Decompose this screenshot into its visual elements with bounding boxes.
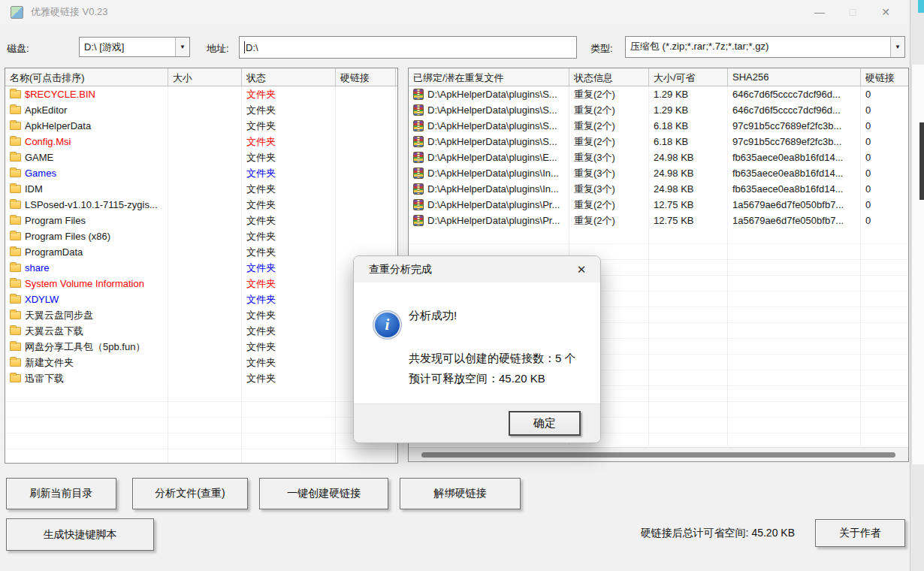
text-caret xyxy=(244,41,245,53)
size-cell: 24.98 KB xyxy=(649,181,728,197)
sha256-cell: fb635aece0ea8b16fd14... xyxy=(728,181,861,197)
duplicate-row[interactable]: D:\ApkHelperData\plugins\In...重复(3个)24.9… xyxy=(409,165,908,181)
file-path-cell: D:\ApkHelperData\plugins\Pr... xyxy=(409,213,569,228)
file-path: D:\ApkHelperData\plugins\S... xyxy=(427,118,557,134)
column-header[interactable]: 状态信息 xyxy=(569,68,649,86)
folder-size-cell xyxy=(168,276,242,292)
column-header[interactable]: 状态 xyxy=(242,68,336,86)
duplicate-table-header: 已绑定/潜在重复文件状态信息大小/可省SHA256硬链接 xyxy=(409,68,908,86)
dialog-close-icon[interactable]: ✕ xyxy=(570,259,593,280)
folder-status-cell: 文件夹 xyxy=(242,118,336,134)
folder-row[interactable]: System Volume Information文件夹 xyxy=(5,276,397,292)
duplicate-row[interactable]: D:\ApkHelperData\plugins\Pr...重复(2个)12.7… xyxy=(409,197,908,213)
maximize-button[interactable]: □ xyxy=(836,0,869,24)
folder-row[interactable]: Program Files (x86)文件夹 xyxy=(5,228,397,244)
file-path: D:\ApkHelperData\plugins\In... xyxy=(427,165,559,181)
folder-name-cell: 迅雷下载 xyxy=(5,370,168,386)
type-label: 类型: xyxy=(590,42,613,56)
ok-button[interactable]: 确定 xyxy=(509,411,581,436)
folder-row[interactable]: XDYLW文件夹 xyxy=(5,292,397,307)
folder-icon xyxy=(10,216,21,225)
minimize-button[interactable]: — xyxy=(803,0,836,24)
gen-script-button[interactable]: 生成快捷键脚本 xyxy=(6,518,154,551)
folder-status-cell: 文件夹 xyxy=(242,165,336,181)
folder-row[interactable]: Config.Msi文件夹 xyxy=(5,134,397,150)
column-header[interactable]: 已绑定/潜在重复文件 xyxy=(409,68,569,86)
horizontal-scrollbar[interactable] xyxy=(409,447,908,461)
refresh-button[interactable]: 刷新当前目录 xyxy=(6,478,116,509)
folder-row[interactable]: ApkHelperData文件夹 xyxy=(5,118,397,134)
folder-row[interactable]: ApkEditor文件夹 xyxy=(5,102,397,118)
file-path-cell: D:\ApkHelperData\plugins\S... xyxy=(409,86,569,102)
folder-name: XDYLW xyxy=(25,292,59,307)
column-header[interactable]: 名称(可点击排序) xyxy=(5,68,168,86)
create-links-button[interactable]: 一键创建硬链接 xyxy=(259,478,388,509)
folder-icon xyxy=(10,232,21,240)
links-count-cell: 0 xyxy=(861,86,909,102)
scrollbar-thumb[interactable] xyxy=(421,452,895,458)
folder-row[interactable]: $RECYCLE.BIN文件夹 xyxy=(5,86,397,102)
folder-name: Program Files xyxy=(25,213,86,228)
disk-select[interactable]: D:\ [游戏] ▼ xyxy=(79,37,190,57)
type-select[interactable]: 压缩包 (*.zip;*.rar;*.7z;*.tar;*.gz) ▼ xyxy=(625,36,905,58)
dialog-detail-space: 预计可释放空间：45.20 KB xyxy=(409,368,591,388)
status-info-cell: 重复(3个) xyxy=(569,181,649,197)
folder-row[interactable]: LSPosed-v1.10.1-7115-zygis...文件夹 xyxy=(5,197,397,213)
folder-row[interactable]: ProgramData文件夹 xyxy=(5,244,397,260)
close-button[interactable]: ✕ xyxy=(869,0,902,24)
column-header[interactable]: SHA256 xyxy=(728,68,861,86)
folder-row[interactable]: 新建文件夹文件夹 xyxy=(5,355,397,370)
folder-size-cell xyxy=(168,307,242,323)
folder-name-cell: GAME xyxy=(5,150,168,165)
status-info-cell: 重复(2个) xyxy=(569,213,649,228)
folder-status-cell: 文件夹 xyxy=(242,228,336,244)
folder-row[interactable]: 天翼云盘同步盘文件夹 xyxy=(5,307,397,323)
folder-status-cell: 文件夹 xyxy=(242,276,336,292)
duplicate-row[interactable]: D:\ApkHelperData\plugins\Pr...重复(2个)12.7… xyxy=(409,213,908,228)
folder-row[interactable]: share文件夹 xyxy=(5,260,397,276)
folder-row[interactable]: 迅雷下载文件夹 xyxy=(5,370,397,386)
disk-select-value: D:\ [游戏] xyxy=(80,38,175,56)
unbind-links-button[interactable]: 解绑硬链接 xyxy=(400,478,521,509)
size-cell: 12.75 KB xyxy=(649,213,728,228)
chevron-down-icon[interactable]: ▼ xyxy=(890,37,904,57)
folder-name-cell: LSPosed-v1.10.1-7115-zygis... xyxy=(5,197,168,213)
folder-icon xyxy=(10,122,21,130)
folder-links-cell xyxy=(336,197,396,213)
size-cell: 1.29 KB xyxy=(649,86,728,102)
address-input[interactable]: D:\ xyxy=(239,36,577,59)
folder-icon xyxy=(10,137,21,146)
status-info-cell: 重复(2个) xyxy=(569,118,649,134)
folder-row[interactable]: 天翼云盘下载文件夹 xyxy=(5,323,397,339)
size-cell: 6.18 KB xyxy=(649,118,728,134)
duplicate-row[interactable]: D:\ApkHelperData\plugins\S...重复(2个)1.29 … xyxy=(409,86,908,102)
column-header[interactable]: 硬链接 xyxy=(861,68,909,86)
column-header[interactable]: 大小 xyxy=(168,68,242,86)
column-header[interactable]: 硬链接 xyxy=(336,68,396,86)
size-cell: 24.98 KB xyxy=(649,165,728,181)
window-controls: — □ ✕ xyxy=(803,0,902,24)
folder-status-cell: 文件夹 xyxy=(242,370,336,386)
archive-file-icon xyxy=(413,89,424,100)
links-count-cell: 0 xyxy=(861,150,909,165)
folder-name-cell: ApkHelperData xyxy=(5,118,168,134)
folder-status-cell: 文件夹 xyxy=(242,292,336,307)
duplicate-row[interactable]: D:\ApkHelperData\plugins\S...重复(2个)6.18 … xyxy=(409,118,908,134)
address-label: 地址: xyxy=(207,42,229,56)
column-header[interactable]: 大小/可省 xyxy=(649,68,728,86)
folder-name: share xyxy=(25,260,50,276)
duplicate-row[interactable]: D:\ApkHelperData\plugins\S...重复(2个)1.29 … xyxy=(409,102,908,118)
analyze-button[interactable]: 分析文件(查重) xyxy=(132,478,248,509)
folder-row[interactable]: Program Files文件夹 xyxy=(5,213,397,228)
sha256-cell: 97c91b5cc7689ef2fc3b... xyxy=(728,134,861,150)
folder-row[interactable]: GAME文件夹 xyxy=(5,150,397,165)
duplicate-row[interactable]: D:\ApkHelperData\plugins\S...重复(2个)6.18 … xyxy=(409,134,908,150)
chevron-down-icon[interactable]: ▼ xyxy=(175,38,189,56)
folder-row[interactable]: IDM文件夹 xyxy=(5,181,397,197)
folder-row[interactable]: 网盘分享工具包（5pb.fun）文件夹 xyxy=(5,339,397,355)
archive-file-icon xyxy=(413,120,424,131)
duplicate-row[interactable]: D:\ApkHelperData\plugins\E...重复(3个)24.98… xyxy=(409,150,908,165)
about-button[interactable]: 关于作者 xyxy=(815,519,905,547)
duplicate-row[interactable]: D:\ApkHelperData\plugins\In...重复(3个)24.9… xyxy=(409,181,908,197)
folder-row[interactable]: Games文件夹 xyxy=(5,165,397,181)
